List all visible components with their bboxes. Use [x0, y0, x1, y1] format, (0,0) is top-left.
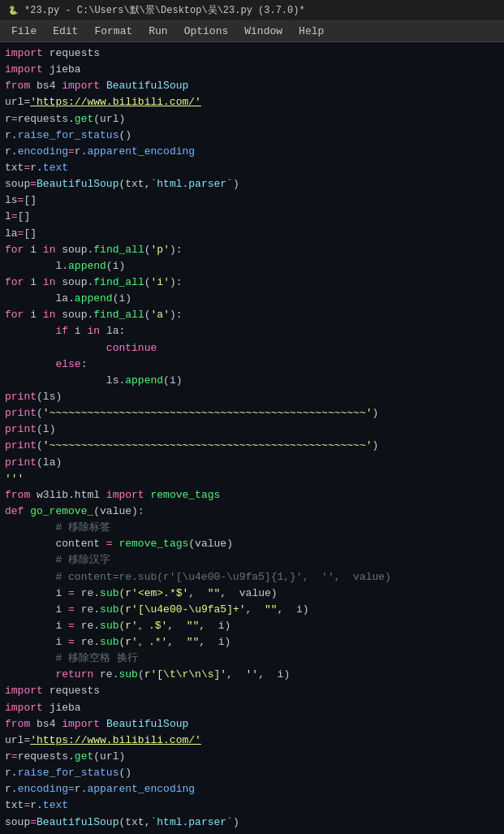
- code-line: from bs4 import BeautifulSoup: [5, 78, 499, 94]
- code-line: r.encoding=r.apparent_encoding: [5, 144, 499, 160]
- code-line: # content=re.sub(r'[\u4e00-\u9fa5]{1,}',…: [5, 569, 499, 586]
- code-line: if i in la:: [5, 323, 499, 339]
- code-line: else:: [5, 357, 499, 373]
- code-line: import requests: [5, 45, 499, 62]
- code-line: url='https://www.bilibili.com/': [5, 732, 499, 749]
- code-line: content = remove_tags(value): [5, 536, 499, 552]
- code-line: i = re.sub(r'<em>.*$', "", value): [5, 586, 499, 602]
- code-line: from bs4 import BeautifulSoup: [5, 716, 499, 732]
- menu-edit[interactable]: Edit: [45, 23, 86, 40]
- code-line: txt=r.text: [5, 797, 499, 814]
- code-line: r.raise_for_status(): [5, 765, 499, 781]
- title-text: *23.py - C:\Users\默\景\Desktop\吴\23.py (3…: [24, 3, 305, 17]
- code-line: r=requests.get(url): [5, 111, 499, 127]
- code-line: print(l): [5, 421, 499, 438]
- code-line: continue: [5, 340, 499, 357]
- code-line: r.raise_for_status(): [5, 127, 499, 144]
- code-line: for i in soup.find_all('i'):: [5, 274, 499, 291]
- code-line: # 移除空格 换行: [5, 650, 499, 667]
- code-line: print('~~~~~~~~~~~~~~~~~~~~~~~~~~~~~~~~~…: [5, 438, 499, 454]
- menu-window[interactable]: Window: [236, 23, 291, 40]
- code-line: txt=r.text: [5, 160, 499, 176]
- app-icon: 🐍: [6, 4, 19, 17]
- code-line: ls=[]: [5, 192, 499, 209]
- menu-bar: File Edit Format Run Options Window Help: [0, 21, 504, 42]
- code-line: for i in soup.find_all('p'):: [5, 242, 499, 258]
- code-line: for i in soup.find_all('a'):: [5, 307, 499, 323]
- code-line: from w3lib.html import remove_tags: [5, 487, 499, 503]
- code-line: ls.append(i): [5, 373, 499, 389]
- code-line: i = re.sub(r'。.*', "", i): [5, 634, 499, 650]
- code-line: return re.sub(r'[\t\r\n\s]', '', i): [5, 667, 499, 683]
- code-line: url='https://www.bilibili.com/': [5, 94, 499, 110]
- code-line: r.encoding=r.apparent_encoding: [5, 781, 499, 797]
- code-line: ''': [5, 471, 499, 487]
- code-line: import requests: [5, 683, 499, 699]
- code-line: soup=BeautifulSoup(txt,`html.parser`): [5, 176, 499, 192]
- code-line: def go_remove_(value):: [5, 503, 499, 520]
- menu-run[interactable]: Run: [140, 23, 175, 40]
- code-line: print(ls): [5, 389, 499, 405]
- code-line: import jieba: [5, 700, 499, 716]
- code-line: la=[]: [5, 226, 499, 242]
- code-line: r=requests.get(url): [5, 749, 499, 765]
- menu-file[interactable]: File: [3, 23, 45, 40]
- code-line: i = re.sub(r'。.$', "", i): [5, 618, 499, 634]
- code-line: print('~~~~~~~~~~~~~~~~~~~~~~~~~~~~~~~~~…: [5, 405, 499, 421]
- menu-format[interactable]: Format: [86, 23, 140, 40]
- code-editor[interactable]: import requests import jieba from bs4 im…: [0, 42, 504, 834]
- code-line: # 移除汉字: [5, 552, 499, 568]
- code-line: soup=BeautifulSoup(txt,`html.parser`): [5, 815, 499, 831]
- menu-help[interactable]: Help: [291, 23, 332, 40]
- code-line: print(la): [5, 455, 499, 471]
- code-line: ls=[]: [5, 831, 499, 834]
- code-line: l.append(i): [5, 258, 499, 274]
- menu-options[interactable]: Options: [176, 23, 237, 40]
- title-bar: 🐍 *23.py - C:\Users\默\景\Desktop\吴\23.py …: [0, 0, 504, 21]
- code-line: # 移除标签: [5, 520, 499, 536]
- code-line: i = re.sub(r'[\u4e00-\u9fa5]+', "", i): [5, 602, 499, 618]
- code-line: la.append(i): [5, 291, 499, 307]
- code-line: import jieba: [5, 62, 499, 78]
- code-line: l=[]: [5, 209, 499, 225]
